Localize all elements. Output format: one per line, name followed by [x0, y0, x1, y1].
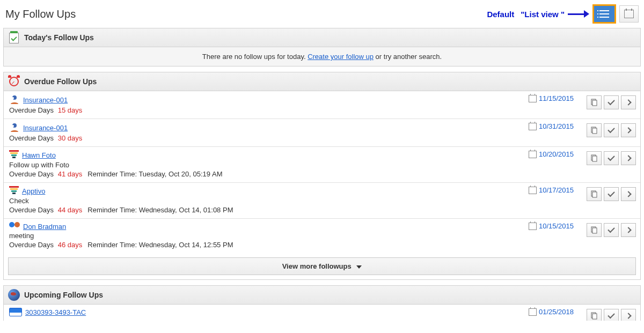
- followup-description: Follow up with Foto: [9, 161, 635, 169]
- contacts-icon: [9, 222, 20, 231]
- chevron-right-icon: [625, 313, 631, 319]
- complete-button[interactable]: [604, 187, 619, 201]
- overdue-days-value: 30 days: [58, 134, 83, 142]
- today-empty-row: There are no follow ups for today. Creat…: [4, 47, 640, 66]
- date-icon: [529, 151, 537, 158]
- complete-button[interactable]: [604, 123, 619, 137]
- list-view-label: "List view ": [521, 10, 565, 19]
- overdue-days-value: 41 days: [58, 170, 83, 178]
- reminder-time: Reminder Time: Wednesday, Oct 14, 12:55 …: [87, 241, 233, 249]
- followup-link[interactable]: Don Bradman: [23, 223, 66, 231]
- svg-rect-11: [592, 192, 597, 197]
- chevron-right-icon: [625, 191, 631, 197]
- followup-date: 10/20/2015: [529, 150, 574, 158]
- followup-description: Check: [9, 197, 635, 205]
- overdue-item: Hawn FotoFollow up with FotoOverdue Days…: [4, 146, 640, 182]
- overdue-days-value: 44 days: [58, 206, 83, 214]
- complete-button[interactable]: [604, 95, 619, 109]
- reminder-time: Reminder Time: Tuesday, Oct 20, 05:19 AM: [87, 170, 222, 178]
- today-empty-prefix: There are no follow ups for today.: [202, 53, 308, 61]
- svg-point-1: [12, 97, 14, 99]
- opportunity-icon: [9, 94, 20, 105]
- overdue-days-value: 15 days: [58, 106, 83, 114]
- date-icon: [529, 223, 537, 230]
- check-icon: [608, 312, 614, 319]
- open-button[interactable]: [621, 223, 636, 237]
- today-section-title: Today's Follow Ups: [24, 33, 94, 42]
- chevron-right-icon: [625, 227, 631, 233]
- globe-icon: [8, 289, 20, 301]
- reminder-time: Reminder Time: Wednesday, Oct 14, 01:08 …: [87, 206, 233, 214]
- svg-rect-9: [592, 156, 597, 161]
- overdue-section: Overdue Follow Ups Insurance-001Overdue …: [3, 72, 641, 280]
- copy-button[interactable]: [587, 151, 602, 165]
- overdue-days-label: Overdue Days: [9, 206, 54, 214]
- date-icon: [529, 123, 537, 130]
- check-icon: [608, 98, 614, 105]
- followup-description: meeting: [9, 232, 635, 240]
- complete-button[interactable]: [604, 151, 619, 165]
- open-button[interactable]: [621, 95, 636, 109]
- funnel-icon: [9, 186, 19, 196]
- arrow-right-icon: [568, 10, 589, 18]
- date-icon: [529, 308, 537, 316]
- overdue-item: Insurance-001Overdue Days 30 days10/31/2…: [4, 119, 640, 146]
- svg-rect-7: [592, 128, 597, 134]
- alarm-clock-icon: [8, 76, 20, 87]
- today-calendar-icon: [8, 32, 20, 43]
- check-icon: [608, 154, 614, 161]
- today-section: Today's Follow Ups There are no follow u…: [3, 28, 641, 66]
- svg-point-5: [12, 125, 14, 127]
- calendar-view-button[interactable]: [619, 5, 639, 23]
- calendar-icon: [624, 10, 634, 18]
- page-title: My Follow Ups: [5, 8, 76, 20]
- overdue-days-label: Overdue Days: [9, 170, 54, 178]
- followup-link[interactable]: Apptivo: [22, 187, 45, 195]
- open-button[interactable]: [621, 151, 636, 165]
- copy-button[interactable]: [587, 309, 602, 321]
- create-followup-link[interactable]: Create your follow up: [308, 53, 374, 61]
- svg-rect-15: [592, 314, 597, 319]
- list-view-button[interactable]: [592, 4, 616, 24]
- open-button[interactable]: [621, 123, 636, 137]
- open-button[interactable]: [621, 187, 636, 201]
- copy-button[interactable]: [587, 95, 602, 109]
- date-icon: [529, 95, 537, 102]
- overdue-days-label: Overdue Days: [9, 134, 54, 142]
- complete-button[interactable]: [604, 223, 619, 237]
- view-more-followups-button[interactable]: View more followups: [8, 257, 636, 275]
- followup-link[interactable]: Insurance-001: [23, 96, 68, 104]
- check-icon: [608, 126, 614, 133]
- copy-button[interactable]: [587, 187, 602, 201]
- open-button[interactable]: [621, 309, 636, 321]
- view-more-label: View more followups: [282, 262, 352, 270]
- chevron-right-icon: [625, 127, 631, 133]
- upcoming-section: Upcoming Follow Ups 3030393-3493-TAC01/2…: [3, 285, 641, 321]
- followup-date: 11/15/2015: [529, 94, 574, 102]
- overdue-days-label: Overdue Days: [9, 106, 54, 114]
- followup-link[interactable]: 3030393-3493-TAC: [25, 308, 86, 316]
- complete-button[interactable]: [604, 309, 619, 321]
- chevron-right-icon: [625, 155, 631, 161]
- followup-link[interactable]: Hawn Foto: [22, 151, 56, 159]
- default-view-label: Default: [487, 10, 514, 19]
- overdue-item: Insurance-001Overdue Days 15 days11/15/2…: [4, 91, 640, 119]
- overdue-section-title: Overdue Follow Ups: [24, 77, 97, 86]
- followup-link[interactable]: Insurance-001: [23, 124, 68, 132]
- copy-button[interactable]: [587, 123, 602, 137]
- overdue-days-label: Overdue Days: [9, 241, 54, 249]
- overdue-days-value: 46 days: [58, 241, 83, 249]
- overdue-item: ApptivoCheckOverdue Days 44 daysReminder…: [4, 182, 640, 218]
- date-icon: [529, 187, 537, 194]
- followup-date: 10/15/2015: [529, 222, 574, 230]
- followup-date: 10/17/2015: [529, 186, 574, 194]
- check-icon: [608, 226, 614, 233]
- case-icon: [9, 308, 22, 316]
- followup-date: 10/31/2015: [529, 122, 574, 130]
- overdue-item: Don BradmanmeetingOverdue Days 46 daysRe…: [4, 218, 640, 253]
- check-icon: [608, 190, 614, 197]
- today-empty-suffix: or try another search.: [374, 53, 442, 61]
- svg-rect-13: [592, 228, 597, 233]
- upcoming-item: 3030393-3493-TAC01/25/2018: [4, 305, 640, 321]
- copy-button[interactable]: [587, 223, 602, 237]
